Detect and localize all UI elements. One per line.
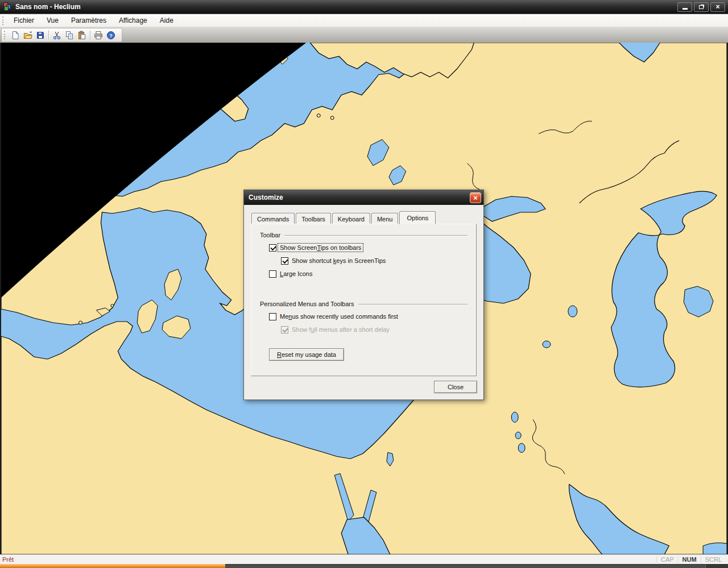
group-divider: [358, 304, 468, 304]
toolbar-separator: [90, 30, 90, 40]
lake: [518, 443, 525, 452]
lake-van: [543, 341, 551, 348]
menu-bar: FichierVueParamètresAffichageAide: [0, 14, 728, 27]
checkbox[interactable]: [269, 270, 276, 278]
menu-item-fichier[interactable]: Fichier: [7, 15, 40, 26]
print-button[interactable]: [92, 29, 105, 41]
tab-menu[interactable]: Menu: [371, 213, 399, 224]
lake: [515, 432, 521, 439]
land-island: [317, 114, 320, 117]
svg-text:?: ?: [109, 32, 113, 38]
keylock-indicator-cap: CAP: [656, 556, 678, 563]
checkbox[interactable]: [269, 313, 276, 320]
dialog-title-bar[interactable]: Customize ×: [244, 190, 483, 205]
land-island: [79, 321, 82, 324]
reset-usage-button[interactable]: Reset my usage data: [269, 348, 344, 361]
menu-item-aide[interactable]: Aide: [154, 15, 180, 26]
copy-icon: [65, 31, 74, 40]
tab-toolbars[interactable]: Toolbars: [296, 213, 331, 224]
tab-commands[interactable]: Commands: [251, 213, 295, 224]
paste-icon: [77, 31, 86, 40]
save-button[interactable]: [34, 29, 47, 41]
minimize-icon: [682, 8, 688, 10]
bottom-edge-orange: [0, 564, 225, 568]
checkbox-row: Show ScreenTips on toolbars: [269, 244, 468, 252]
customize-dialog: Customize × CommandsToolbarsKeyboardMenu…: [243, 190, 484, 400]
checkbox[interactable]: [269, 244, 276, 252]
keylock-indicator-scrl: SCRL: [701, 556, 726, 563]
options-tab-page: Toolbar Show ScreenTips on toolbarsShow …: [251, 224, 477, 376]
toolbar-separator: [48, 30, 49, 40]
group-personalized: Personalized Menus and Toolbars: [260, 301, 468, 307]
lake-urmia: [568, 306, 577, 317]
checkbox-row: Show full menus after a short delay: [281, 326, 468, 334]
dialog-close-icon[interactable]: ×: [470, 192, 481, 203]
group-toolbar: Toolbar: [260, 232, 468, 238]
bottom-edge-dark: [225, 564, 705, 568]
menu-item-paramtres[interactable]: Paramètres: [65, 15, 113, 26]
toolbar-grip[interactable]: [4, 31, 7, 39]
app-icon: [3, 2, 12, 11]
bottom-window-edge: [0, 564, 728, 568]
checkbox-row: Menus show recently used commands first: [269, 312, 468, 320]
new-document-button[interactable]: [9, 29, 22, 41]
checkbox-label[interactable]: Large Icons: [278, 270, 315, 278]
group-toolbar-label: Toolbar: [260, 232, 280, 238]
land-island: [330, 116, 334, 120]
bottom-edge-corner: [705, 564, 728, 568]
lake: [511, 412, 518, 422]
dialog-close-button[interactable]: Close: [434, 381, 477, 393]
group-personalized-label: Personalized Menus and Toolbars: [260, 301, 354, 307]
cut-button[interactable]: [51, 29, 63, 41]
help-icon: ?: [106, 31, 115, 40]
toolbar: ?: [1, 28, 122, 42]
status-bar: Prêt CAPNUMSCRL: [0, 554, 728, 564]
menu-grip[interactable]: [2, 17, 5, 25]
restore-icon: [699, 5, 704, 9]
gulf-of-oman: [703, 543, 727, 554]
open-folder-icon: [23, 31, 32, 40]
print-icon: [94, 31, 103, 40]
toolbar-row: ?: [0, 27, 728, 43]
paste-button[interactable]: [76, 29, 88, 41]
open-file-button[interactable]: [22, 29, 34, 41]
checkbox-label[interactable]: Show shortcut keys in ScreenTips: [290, 257, 387, 265]
status-message: Prêt: [0, 556, 14, 563]
menu-item-affichage[interactable]: Affichage: [113, 15, 154, 26]
checkbox: [281, 326, 288, 334]
minimize-button[interactable]: [677, 2, 692, 12]
tab-options[interactable]: Options: [399, 211, 436, 224]
checkbox-label[interactable]: Menus show recently used commands first: [278, 312, 400, 320]
restore-button[interactable]: [694, 2, 709, 12]
save-icon: [36, 31, 45, 40]
close-window-button[interactable]: ×: [710, 2, 725, 12]
window-title: Sans nom - Heclium: [15, 3, 81, 11]
land-island: [111, 304, 114, 307]
copy-button[interactable]: [63, 29, 76, 41]
keylock-indicator-num: NUM: [678, 556, 701, 563]
dialog-tab-strip: CommandsToolbarsKeyboardMenuOptions: [244, 205, 483, 224]
tab-keyboard[interactable]: Keyboard: [332, 213, 370, 224]
checkbox-row: Large Icons: [269, 270, 468, 278]
dialog-title: Customize: [249, 194, 283, 201]
new-document-icon: [11, 31, 20, 40]
application-window: { "window": { "title": "Sans nom - Hecli…: [0, 0, 728, 568]
group-divider: [284, 235, 468, 236]
checkbox[interactable]: [281, 257, 288, 265]
menu-item-vue[interactable]: Vue: [40, 15, 65, 26]
help-button[interactable]: ?: [105, 29, 117, 41]
cut-icon: [52, 31, 61, 40]
checkbox-label[interactable]: Show ScreenTips on toolbars: [278, 244, 363, 252]
title-bar: Sans nom - Heclium ×: [0, 0, 728, 14]
checkbox-row: Show shortcut keys in ScreenTips: [281, 257, 468, 265]
checkbox-label: Show full menus after a short delay: [290, 326, 391, 334]
